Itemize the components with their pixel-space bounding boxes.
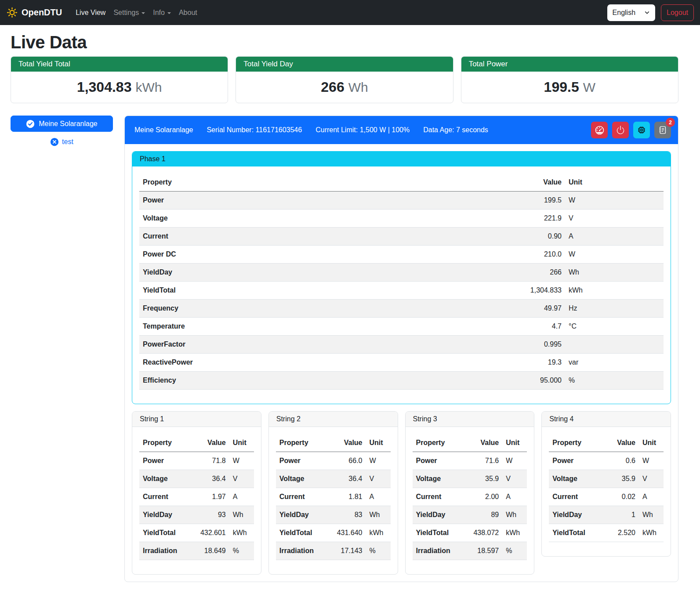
x-circle-icon — [50, 137, 59, 146]
unit-cell: W — [565, 192, 664, 210]
property-cell: Irradiation — [276, 542, 324, 560]
property-cell: Power — [276, 452, 324, 470]
unit-cell: A — [229, 488, 254, 506]
unit-cell: A — [565, 228, 664, 246]
nav-item-info[interactable]: Info — [149, 5, 175, 20]
column-value: Value — [324, 434, 366, 452]
unit-cell: V — [229, 470, 254, 488]
table-row: Power199.5W — [139, 192, 664, 210]
value-cell: 2.520 — [597, 524, 639, 542]
column-property: Property — [413, 434, 461, 452]
property-cell: Irradiation — [413, 542, 461, 560]
column-unit: Unit — [366, 434, 391, 452]
property-cell: Frequency — [139, 300, 451, 318]
property-cell: Irradiation — [139, 542, 188, 560]
value-cell: 432.601 — [188, 524, 229, 542]
table-row: YieldDay266Wh — [139, 264, 664, 282]
table-row: YieldDay1Wh — [549, 506, 664, 524]
property-cell: Power — [139, 192, 451, 210]
unit-cell: kWh — [229, 524, 254, 542]
unit-cell: Hz — [565, 300, 664, 318]
table-row: Irradiation17.143% — [276, 542, 391, 560]
table-row: Power71.6W — [413, 452, 527, 470]
property-cell: Voltage — [413, 470, 461, 488]
property-cell: Power DC — [139, 246, 451, 264]
phase-card-body: Property Value Unit Power199.5WVoltage22… — [132, 166, 671, 404]
summary-card-total-yield-total: Total Yield Total 1,304.83kWh — [11, 56, 228, 103]
value-cell: 438.072 — [461, 524, 502, 542]
summary-card-title: Total Yield Day — [236, 57, 453, 72]
property-cell: YieldDay — [139, 264, 451, 282]
string-card-title: String 4 — [542, 412, 671, 427]
unit-cell: A — [366, 488, 391, 506]
table-header-row: Property Value Unit — [139, 434, 254, 452]
unit-cell: kWh — [639, 524, 664, 542]
inverter-selected-label: Meine Solaranlage — [39, 120, 97, 128]
nav-item-about[interactable]: About — [175, 5, 201, 20]
inverter-panel-body: Phase 1 Property Value Unit Power199.5WV… — [125, 144, 678, 582]
unit-cell: W — [639, 452, 664, 470]
property-cell: Power — [139, 452, 188, 470]
column-unit: Unit — [639, 434, 664, 452]
table-row: YieldTotal438.072kWh — [413, 524, 527, 542]
column-unit: Unit — [565, 174, 664, 192]
nav-item-live-view[interactable]: Live View — [72, 5, 109, 20]
property-cell: Efficiency — [139, 372, 451, 390]
nav-item-label: About — [179, 9, 197, 17]
property-cell: Voltage — [549, 470, 597, 488]
column-unit: Unit — [229, 434, 254, 452]
inverter-other-button[interactable]: test — [47, 137, 76, 147]
unit-cell: Wh — [639, 506, 664, 524]
value-cell: 71.6 — [461, 452, 502, 470]
brand[interactable]: OpenDTU — [6, 7, 62, 18]
inverter-selected-button[interactable]: Meine Solaranlage — [11, 116, 113, 132]
language-select-value: English — [613, 9, 635, 17]
strings-row: String 1 Property Value Unit Power71.8WV… — [132, 411, 671, 575]
value-cell: 66.0 — [324, 452, 366, 470]
table-row: YieldDay89Wh — [413, 506, 527, 524]
inverter-actions: 2 — [591, 122, 671, 138]
event-log-button[interactable]: 2 — [654, 122, 671, 138]
table-row: Current1.97A — [139, 488, 254, 506]
nav-item-settings[interactable]: Settings — [109, 5, 149, 20]
summary-value: 199.5 — [544, 79, 579, 95]
table-row: Efficiency95.000% — [139, 372, 664, 390]
string-card: String 1 Property Value Unit Power71.8WV… — [132, 411, 261, 575]
power-toggle-button[interactable] — [612, 122, 629, 138]
value-cell: 83 — [324, 506, 366, 524]
table-row: YieldDay93Wh — [139, 506, 254, 524]
table-row: Power0.6W — [549, 452, 664, 470]
value-cell: 35.9 — [597, 470, 639, 488]
unit-cell: % — [366, 542, 391, 560]
value-cell: 49.97 — [451, 300, 565, 318]
table-row: Voltage35.9V — [413, 470, 527, 488]
unit-cell: Wh — [229, 506, 254, 524]
inverter-limit: Current Limit: 1,500 W | 100% — [316, 126, 410, 134]
column-value: Value — [461, 434, 502, 452]
property-cell: YieldTotal — [413, 524, 461, 542]
language-select[interactable]: English — [607, 4, 655, 21]
power-icon — [616, 125, 625, 135]
value-cell: 1,304.833 — [451, 282, 565, 300]
table-row: Power71.8W — [139, 452, 254, 470]
limit-settings-button[interactable] — [591, 122, 608, 138]
string-table: Property Value Unit Power71.6WVoltage35.… — [413, 434, 527, 560]
property-cell: YieldDay — [139, 506, 188, 524]
value-cell: 71.8 — [188, 452, 229, 470]
unit-cell: W — [366, 452, 391, 470]
table-row: YieldTotal1,304.833kWh — [139, 282, 664, 300]
property-cell: Voltage — [139, 470, 188, 488]
column-unit: Unit — [502, 434, 527, 452]
unit-cell: kWh — [366, 524, 391, 542]
chevron-down-icon — [644, 10, 650, 15]
property-cell: YieldTotal — [276, 524, 324, 542]
value-cell: 1 — [597, 506, 639, 524]
value-cell: 18.597 — [461, 542, 502, 560]
logout-button[interactable]: Logout — [661, 4, 694, 21]
property-cell: PowerFactor — [139, 336, 451, 354]
string-card: String 2 Property Value Unit Power66.0WV… — [268, 411, 398, 575]
device-info-button[interactable] — [633, 122, 650, 138]
property-cell: Current — [276, 488, 324, 506]
unit-cell: % — [502, 542, 527, 560]
top-navbar: OpenDTU Live View Settings Info About En… — [0, 0, 700, 25]
